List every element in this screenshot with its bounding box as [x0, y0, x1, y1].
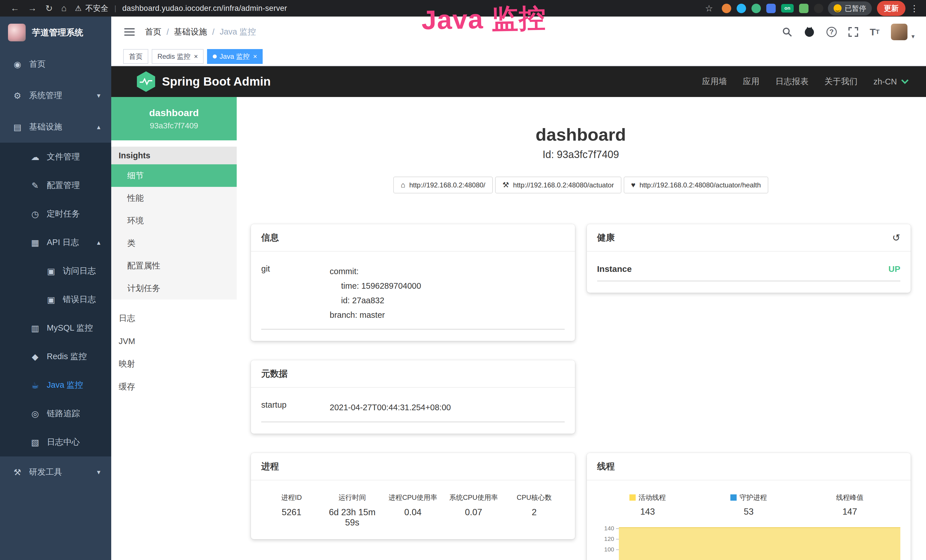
- avatar[interactable]: [891, 24, 908, 40]
- sidebar-item-system-management[interactable]: ⚙ 系统管理 ▾: [0, 80, 111, 111]
- sidebar-item-infrastructure[interactable]: ▤ 基础设施 ▴: [0, 111, 111, 143]
- tab-java-monitor[interactable]: Java 监控 ×: [207, 49, 263, 64]
- fullscreen-icon[interactable]: [848, 27, 858, 37]
- service-url-link[interactable]: ⌂ http://192.168.0.2:48080/: [393, 177, 493, 194]
- sidebar-item-tracing[interactable]: ◎ 链路追踪: [0, 400, 111, 428]
- sba-item-logs[interactable]: 日志: [111, 307, 237, 330]
- sba-item-environment[interactable]: 环境: [111, 209, 237, 232]
- sidebar-item-label: API 日志: [47, 237, 79, 248]
- smiley-icon: [834, 4, 841, 12]
- card-title: 健康: [597, 232, 615, 244]
- font-size-icon[interactable]: TT: [870, 27, 879, 38]
- home-icon[interactable]: ⌂: [61, 3, 67, 14]
- document-icon: ▣: [45, 295, 56, 305]
- sba-item-classes[interactable]: 类: [111, 232, 237, 254]
- infrastructure-icon: ▤: [12, 122, 23, 132]
- sba-brand-title[interactable]: Spring Boot Admin: [162, 75, 271, 88]
- sidebar-item-label: 基础设施: [29, 121, 62, 133]
- nav-about[interactable]: 关于我们: [825, 76, 858, 87]
- help-icon[interactable]: ?: [826, 27, 837, 37]
- sba-item-mappings[interactable]: 映射: [111, 353, 237, 375]
- logo-avatar: [8, 24, 26, 41]
- sba-item-configprops[interactable]: 配置属性: [111, 254, 237, 277]
- font-large-glyph: T: [870, 27, 876, 38]
- history-icon[interactable]: ↺: [892, 232, 900, 243]
- sidebar-item-label: 系统管理: [29, 90, 62, 101]
- breadcrumb-home[interactable]: 首页: [145, 26, 162, 38]
- sidebar-item-dev-tools[interactable]: ⚒ 研发工具 ▾: [0, 456, 111, 488]
- vue-devtools-icon[interactable]: [752, 4, 761, 13]
- health-instance-row[interactable]: Instance UP: [597, 264, 900, 281]
- home-icon: ⌂: [401, 180, 405, 189]
- sidebar-item-log-center[interactable]: ▧ 日志中心: [0, 428, 111, 456]
- extension-icon-dark[interactable]: [814, 4, 823, 13]
- legend-daemon-threads: 守护进程 53: [698, 493, 799, 517]
- process-col-cpu-cores: CPU核心数 2: [504, 493, 565, 528]
- link-url: http://192.168.0.2:48080/actuator: [513, 181, 614, 189]
- health-url-link[interactable]: ♥ http://192.168.0.2:48080/actuator/heal…: [624, 177, 768, 194]
- search-icon[interactable]: [782, 27, 792, 37]
- sidebar-item-config-management[interactable]: ✎ 配置管理: [0, 171, 111, 200]
- hamburger-icon[interactable]: [124, 31, 135, 33]
- nav-journal[interactable]: 日志报表: [775, 76, 808, 87]
- sba-header: Spring Boot Admin 应用墙 应用 日志报表 关于我们 zh-CN: [111, 66, 926, 97]
- close-icon[interactable]: ×: [253, 53, 257, 61]
- log-center-icon: ▧: [30, 437, 41, 447]
- forward-icon[interactable]: →: [28, 3, 37, 14]
- sba-item-jvm[interactable]: JVM: [111, 330, 237, 353]
- url-text[interactable]: dashboard.yudao.iocoder.cn/infra/admin-s…: [123, 4, 287, 13]
- sidebar-item-scheduled-tasks[interactable]: ◷ 定时任务: [0, 200, 111, 228]
- info-line: id: 27aa832: [330, 293, 421, 308]
- switch-on-icon[interactable]: on: [781, 4, 794, 12]
- service-links: ⌂ http://192.168.0.2:48080/ ⚒ http://192…: [251, 177, 911, 194]
- sidebar-item-file-management[interactable]: ☁ 文件管理: [0, 143, 111, 171]
- extension-icon-orange[interactable]: [722, 4, 731, 13]
- sidebar-item-api-logs[interactable]: ▦ API 日志 ▴: [0, 228, 111, 257]
- actuator-url-link[interactable]: ⚒ http://192.168.0.2:48080/actuator: [495, 177, 622, 194]
- sidebar-item-java-monitor[interactable]: ☕ Java 监控: [0, 371, 111, 400]
- tab-home[interactable]: 首页: [123, 49, 148, 64]
- security-label[interactable]: 不安全: [85, 3, 108, 14]
- cell-value: 2: [504, 507, 565, 518]
- nav-applications[interactable]: 应用: [743, 76, 760, 87]
- update-button[interactable]: 更新: [877, 1, 905, 16]
- back-icon[interactable]: ←: [11, 3, 20, 14]
- info-value: commit: time: 1596289704000 id: 27aa832 …: [330, 264, 421, 322]
- card-title: 线程: [597, 460, 615, 472]
- sba-item-details[interactable]: 细节: [111, 164, 237, 187]
- tab-redis-monitor[interactable]: Redis 监控 ×: [152, 49, 204, 64]
- process-col-system-cpu: 系统CPU使用率 0.07: [443, 493, 504, 528]
- sba-main: dashboard Id: 93a3fc7f7409 ⌂ http://192.…: [237, 97, 926, 560]
- sidebar-item-label: 错误日志: [63, 294, 96, 305]
- sidebar-item-error-logs[interactable]: ▣ 错误日志: [0, 285, 111, 314]
- app-logo[interactable]: 芋道管理系统: [0, 17, 111, 48]
- sba-item-scheduled-tasks[interactable]: 计划任务: [111, 277, 237, 300]
- sba-body: dashboard 93a3fc7f7409 Insights 细节 性能 环境…: [111, 97, 926, 560]
- instance-header[interactable]: dashboard 93a3fc7f7409: [111, 97, 237, 140]
- sidebar-item-label: 定时任务: [47, 208, 80, 219]
- reload-icon[interactable]: ↻: [45, 3, 53, 14]
- omnibox[interactable]: ⚠ 不安全 | dashboard.yudao.iocoder.cn/infra…: [75, 3, 287, 14]
- browser-menu-icon[interactable]: ⋮: [910, 3, 918, 14]
- breadcrumb-section[interactable]: 基础设施: [174, 26, 207, 38]
- sidebar-item-redis-monitor[interactable]: ◆ Redis 监控: [0, 342, 111, 371]
- github-icon[interactable]: [803, 26, 815, 38]
- locale-selector[interactable]: zh-CN: [873, 77, 909, 86]
- paused-badge[interactable]: 已暂停: [828, 2, 872, 15]
- close-icon[interactable]: ×: [194, 53, 198, 61]
- extension-icon-leaf[interactable]: [799, 4, 808, 13]
- sidebar-item-access-logs[interactable]: ▣ 访问日志: [0, 257, 111, 285]
- extension-icon-blue-drop[interactable]: [737, 4, 746, 13]
- sidebar-item-home[interactable]: ◉ 首页: [0, 48, 111, 80]
- chevron-down-icon: ▾: [97, 468, 100, 476]
- nav-wallboard[interactable]: 应用墙: [702, 76, 727, 87]
- warning-icon: ⚠: [75, 4, 82, 13]
- chevron-down-icon[interactable]: ▾: [911, 33, 915, 40]
- extension-icon-grid[interactable]: [766, 4, 776, 13]
- bookmark-star-icon[interactable]: ☆: [705, 3, 713, 14]
- sba-item-caches[interactable]: 缓存: [111, 375, 237, 398]
- update-label: 更新: [884, 3, 899, 14]
- spring-boot-admin-logo-icon[interactable]: [137, 71, 155, 92]
- sba-item-metrics[interactable]: 性能: [111, 187, 237, 209]
- sidebar-item-mysql-monitor[interactable]: ▥ MySQL 监控: [0, 314, 111, 342]
